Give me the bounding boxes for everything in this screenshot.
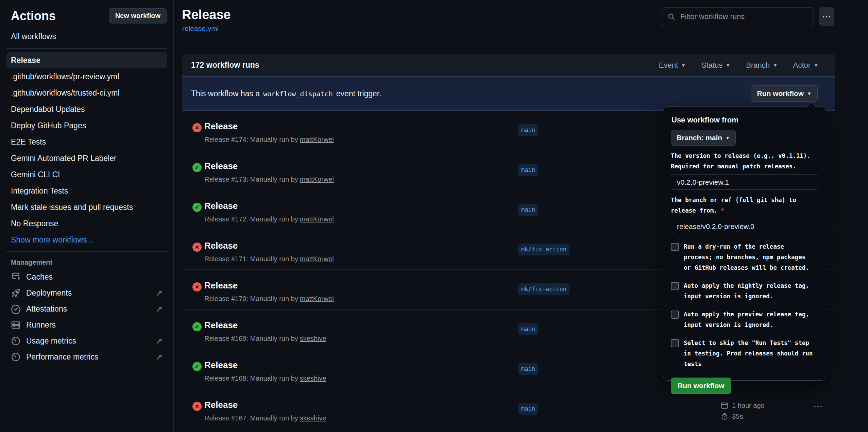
run-description: Release #173: Manually run bymattKorwel bbox=[204, 176, 334, 183]
filter-dropdown[interactable]: Actor▼ bbox=[793, 61, 818, 70]
checkbox-unchecked[interactable] bbox=[671, 311, 679, 319]
run-description: Release #168: Manually run byskeshive bbox=[204, 375, 326, 382]
actor-link[interactable]: skeshive bbox=[300, 414, 326, 422]
branch-badge[interactable]: main bbox=[518, 363, 538, 375]
sidebar-item-workflow[interactable]: Gemini Automated PR Labeler bbox=[6, 150, 167, 166]
sidebar-item-workflow[interactable]: Deploy GitHub Pages bbox=[6, 117, 167, 134]
run-workflow-dropdown-button[interactable]: Run workflow▼ bbox=[751, 85, 818, 102]
branch-badge[interactable]: mk/fix-action bbox=[518, 244, 569, 255]
run-title-link[interactable]: Release bbox=[204, 161, 238, 171]
sidebar-item-management[interactable]: Runners bbox=[6, 317, 167, 333]
chevron-down-icon: ▼ bbox=[807, 91, 812, 96]
branch-badge[interactable]: main bbox=[518, 124, 538, 136]
workflow-file-link[interactable]: release.yml bbox=[182, 24, 219, 33]
workflow-label: No Response bbox=[11, 219, 58, 228]
sidebar-item-workflow[interactable]: Dependabot Updates bbox=[6, 101, 167, 117]
search-icon bbox=[668, 13, 675, 21]
sidebar-item-management[interactable]: Caches bbox=[6, 269, 167, 285]
sidebar-item-workflow[interactable]: No Response bbox=[6, 215, 167, 232]
branch-select-button[interactable]: Branch: main▼ bbox=[671, 130, 736, 146]
sidebar-item-workflow[interactable]: Integration Tests bbox=[6, 183, 167, 199]
filter-dropdown[interactable]: Status▼ bbox=[701, 61, 730, 70]
caches-icon bbox=[11, 272, 21, 282]
run-title-link[interactable]: Release bbox=[204, 400, 238, 410]
actor-link[interactable]: mattKorwel bbox=[300, 295, 334, 302]
sidebar-item-management[interactable]: Attestations ↗ bbox=[6, 301, 167, 317]
kebab-horizontal-icon: ⋯ bbox=[822, 11, 831, 22]
filter-dropdown[interactable]: Event▼ bbox=[659, 61, 686, 70]
run-time: 1 hour ago bbox=[732, 402, 765, 410]
branch-badge[interactable]: main bbox=[518, 164, 538, 176]
actor-link[interactable]: mattKorwel bbox=[300, 215, 334, 223]
sidebar-item-workflow[interactable]: E2E Tests bbox=[6, 134, 167, 150]
run-status-icon bbox=[192, 282, 202, 292]
checkbox-row: Select to skip the "Run Tests" step in t… bbox=[671, 338, 818, 369]
run-title-link[interactable]: Release bbox=[204, 201, 238, 211]
run-status-icon bbox=[192, 203, 202, 212]
sidebar-item-workflow[interactable]: Gemini CLI CI bbox=[6, 166, 167, 183]
popover-checkbox-list: Run a dry-run of the release process; no… bbox=[671, 242, 818, 369]
sidebar-item-management[interactable]: Performance metrics ↗ bbox=[6, 349, 167, 365]
workflow-label: Deploy GitHub Pages bbox=[11, 121, 86, 130]
actor-link[interactable]: mattKorwel bbox=[300, 136, 334, 143]
new-workflow-button[interactable]: New workflow bbox=[109, 8, 167, 23]
run-title-link[interactable]: Release bbox=[204, 240, 238, 251]
sidebar-item-workflow[interactable]: .github/workflows/pr-review.yml bbox=[6, 68, 167, 85]
workflow-label: Gemini Automated PR Labeler bbox=[11, 154, 117, 163]
run-title-link[interactable]: Release bbox=[204, 280, 238, 291]
workflow-run-row[interactable]: Release Release #167: Manually run byske… bbox=[182, 389, 835, 429]
ref-input[interactable] bbox=[671, 219, 818, 234]
actor-link[interactable]: skeshive bbox=[300, 335, 326, 342]
external-link-arrow-icon: ↗ bbox=[155, 304, 163, 314]
run-status-icon bbox=[192, 243, 202, 252]
workflow-label: .github/workflows/trusted-ci.yml bbox=[11, 88, 120, 97]
version-field-help: The version to release (e.g., v0.1.11). … bbox=[671, 151, 818, 172]
sidebar-item-all-workflows[interactable]: All workflows bbox=[6, 28, 167, 45]
checkbox-unchecked[interactable] bbox=[671, 339, 679, 347]
actor-link[interactable]: skeshive bbox=[300, 375, 326, 382]
sidebar-item-management[interactable]: Usage metrics ↗ bbox=[6, 333, 167, 349]
workflow-list: Release .github/workflows/pr-review.yml … bbox=[6, 52, 167, 248]
run-workflow-submit-button[interactable]: Run workflow bbox=[671, 378, 731, 394]
sidebar-item-workflow[interactable]: Show more workflows... bbox=[6, 232, 167, 248]
checkbox-label: Auto apply the nightly release tag, inpu… bbox=[684, 281, 814, 302]
banner-text: This workflow has aworkflow_dispatcheven… bbox=[191, 89, 381, 98]
run-title-link[interactable]: Release bbox=[204, 360, 238, 370]
verified-icon bbox=[11, 304, 21, 314]
run-status-icon bbox=[192, 402, 202, 411]
chevron-down-icon: ▼ bbox=[773, 63, 778, 68]
branch-badge[interactable]: main bbox=[518, 323, 538, 335]
checkbox-unchecked[interactable] bbox=[671, 282, 679, 290]
workflow-label: Mark stale issues and pull requests bbox=[11, 203, 133, 212]
sidebar-item-management[interactable]: Deployments ↗ bbox=[6, 285, 167, 301]
filter-workflow-runs-box[interactable] bbox=[662, 7, 814, 26]
actor-link[interactable]: mattKorwel bbox=[300, 176, 334, 183]
runs-count: 172 workflow runs bbox=[191, 61, 259, 70]
filter-workflow-runs-input[interactable] bbox=[680, 12, 808, 21]
checkbox-row: Run a dry-run of the release process; no… bbox=[671, 242, 818, 273]
branch-badge[interactable]: main bbox=[518, 403, 538, 415]
sidebar-item-workflow[interactable]: Release bbox=[6, 52, 167, 68]
run-description: Release #170: Manually run bymattKorwel bbox=[204, 295, 334, 303]
filter-dropdown[interactable]: Branch▼ bbox=[746, 61, 778, 70]
workflow-label: Show more workflows... bbox=[11, 235, 93, 244]
branch-badge[interactable]: mk/fix-action bbox=[518, 283, 569, 295]
banner-code: workflow_dispatch bbox=[263, 90, 333, 98]
management-section-label: Management bbox=[6, 259, 167, 266]
run-meta: 1 hour ago 35s bbox=[721, 400, 765, 422]
run-title-link[interactable]: Release bbox=[204, 121, 238, 132]
sidebar-divider bbox=[6, 251, 167, 252]
sidebar-item-workflow[interactable]: .github/workflows/trusted-ci.yml bbox=[6, 85, 167, 101]
workflow-options-kebab-button[interactable]: ⋯ bbox=[819, 7, 834, 26]
run-options-kebab-button[interactable]: ⋯ bbox=[813, 401, 823, 412]
run-title-link[interactable]: Release bbox=[204, 320, 238, 331]
required-asterisk: * bbox=[721, 207, 725, 214]
sidebar-item-workflow[interactable]: Mark stale issues and pull requests bbox=[6, 199, 167, 215]
server-icon bbox=[11, 320, 21, 330]
actor-link[interactable]: mattKorwel bbox=[300, 255, 334, 263]
checkbox-unchecked[interactable] bbox=[671, 243, 679, 251]
branch-badge[interactable]: main bbox=[518, 204, 538, 216]
version-input[interactable] bbox=[671, 175, 818, 190]
management-item-label: Usage metrics bbox=[26, 336, 76, 346]
external-link-arrow-icon: ↗ bbox=[155, 288, 163, 298]
